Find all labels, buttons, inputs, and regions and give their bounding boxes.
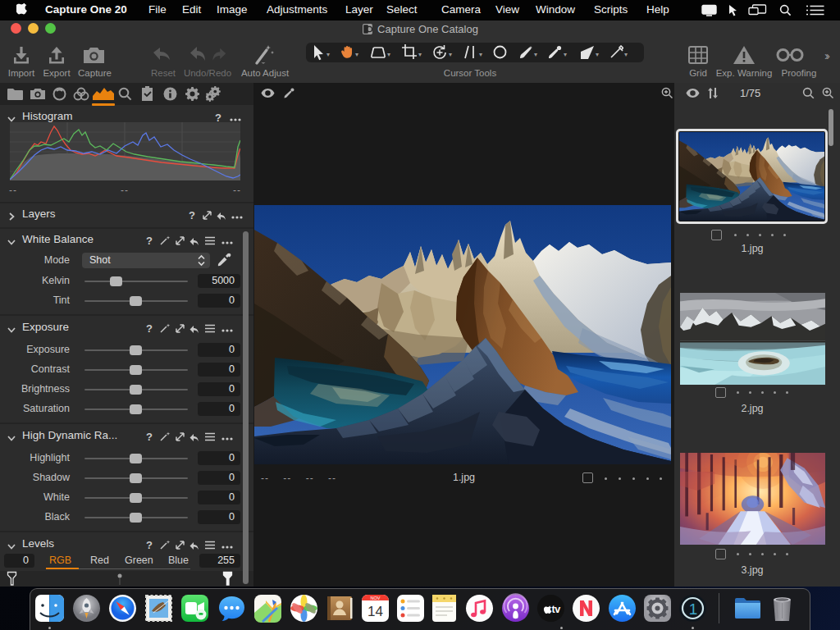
- svg-text:?: ?: [215, 112, 221, 123]
- svg-text:14: 14: [368, 604, 383, 619]
- svg-text:1: 1: [688, 600, 697, 618]
- svg-text:?: ?: [189, 209, 195, 221]
- svg-text:tv: tv: [551, 604, 560, 615]
- svg-text:?: ?: [146, 235, 153, 246]
- svg-text:?: ?: [146, 539, 153, 550]
- svg-text:?: ?: [146, 322, 153, 334]
- svg-text:?: ?: [146, 431, 153, 442]
- svg-text:NOV: NOV: [370, 596, 380, 600]
